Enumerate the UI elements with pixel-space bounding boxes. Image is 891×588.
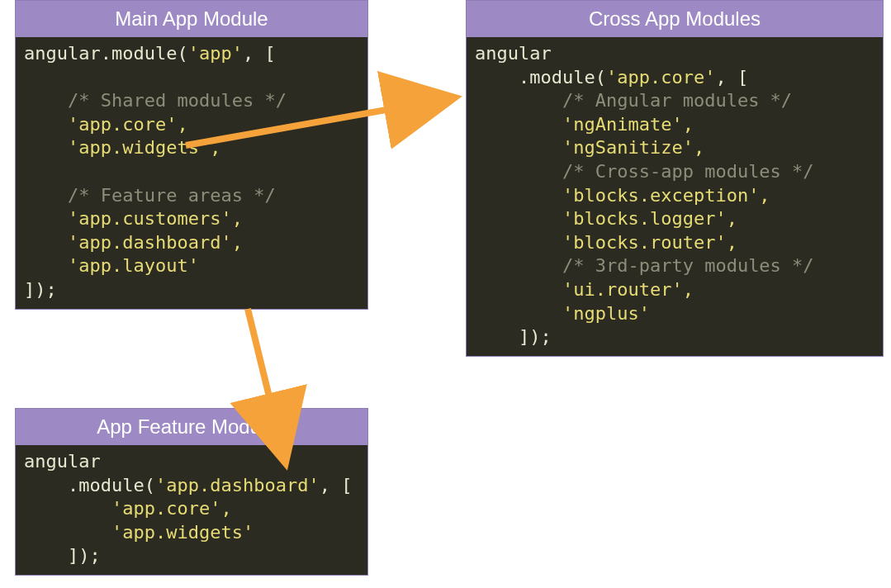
- code-token: 'app.dashboard': [155, 475, 320, 496]
- code-token: , [: [715, 67, 748, 88]
- code-token: 'ngAnimate',: [475, 114, 694, 135]
- cross-app-modules-panel: Cross App Modules angular .module('app.c…: [466, 0, 884, 357]
- code-token: 'app.core': [606, 67, 715, 88]
- code-token: ]);: [24, 545, 101, 566]
- code-token: 'ngplus': [475, 303, 650, 324]
- code-comment: /* Cross-app modules */: [475, 161, 814, 182]
- code-token: (: [145, 475, 155, 496]
- code-token: angular: [475, 43, 552, 64]
- app-feature-modules-panel: App Feature Modules angular .module('app…: [15, 408, 368, 576]
- app-feature-modules-code: angular .module('app.dashboard', [ 'app.…: [16, 445, 367, 575]
- code-token: (: [177, 43, 187, 64]
- code-token: .: [101, 43, 111, 64]
- main-app-module-title: Main App Module: [16, 1, 367, 37]
- code-token: 'app.dashboard',: [24, 232, 243, 253]
- code-token: module: [78, 475, 144, 496]
- code-token: ]);: [475, 326, 552, 347]
- code-comment: /* 3rd-party modules */: [475, 255, 814, 276]
- code-token: .: [24, 475, 78, 496]
- code-token: angular: [24, 43, 101, 64]
- main-app-module-panel: Main App Module angular.module('app', [ …: [15, 0, 368, 310]
- code-comment: /* Feature areas */: [24, 185, 276, 206]
- code-token: 'ngSanitize',: [475, 137, 704, 158]
- code-token: 'blocks.exception',: [475, 185, 770, 206]
- code-token: angular: [24, 451, 101, 472]
- code-token: (: [595, 67, 606, 88]
- code-token: 'app.core',: [24, 114, 188, 135]
- code-comment: /* Angular modules */: [475, 90, 792, 111]
- code-token: module: [111, 43, 177, 64]
- app-feature-modules-title: App Feature Modules: [16, 409, 367, 445]
- code-token: 'app': [188, 43, 243, 64]
- code-token: , [: [320, 475, 353, 496]
- code-token: 'app.core',: [24, 498, 232, 519]
- code-token: ]);: [24, 279, 57, 300]
- code-token: module: [529, 67, 595, 88]
- cross-app-modules-code: angular .module('app.core', [ /* Angular…: [467, 37, 883, 356]
- code-token: 'app.layout': [24, 255, 199, 276]
- code-token: 'app.widgets',: [24, 137, 220, 158]
- code-token: 'app.customers',: [24, 208, 243, 229]
- code-token: 'ui.router',: [475, 279, 694, 300]
- code-token: 'app.widgets': [24, 522, 254, 543]
- code-comment: /* Shared modules */: [24, 90, 287, 111]
- code-token: .: [475, 67, 529, 88]
- code-token: 'blocks.logger',: [475, 208, 737, 229]
- code-token: 'blocks.router',: [475, 232, 737, 253]
- cross-app-modules-title: Cross App Modules: [467, 1, 883, 37]
- main-app-module-code: angular.module('app', [ /* Shared module…: [16, 37, 367, 309]
- code-token: , [: [243, 43, 276, 64]
